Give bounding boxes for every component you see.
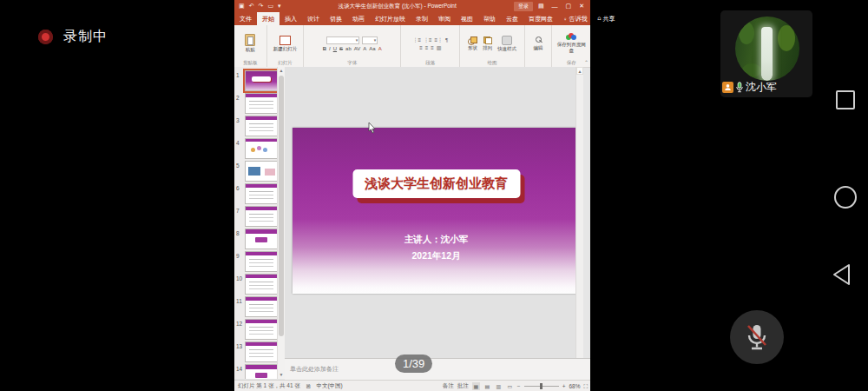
thumbnail-preview[interactable]	[245, 341, 279, 362]
tab-幻灯片放映[interactable]: 幻灯片放映	[370, 12, 411, 25]
signin-button[interactable]: 登录	[514, 2, 533, 11]
thumbnail-number: 12	[236, 321, 242, 327]
thumbnail-number: 6	[236, 185, 240, 191]
thumbnail-preview[interactable]	[245, 229, 279, 249]
fit-to-window-icon[interactable]: ⛶	[583, 383, 588, 390]
spellcheck-icon[interactable]: 🖹	[306, 383, 312, 389]
arrange-button[interactable]: 排列	[483, 36, 492, 51]
tab-共享[interactable]: ⩍共享	[593, 12, 621, 25]
microphone-icon	[735, 82, 744, 93]
tab-帮助[interactable]: 帮助	[478, 12, 501, 25]
minimize-button[interactable]: —	[552, 3, 558, 10]
thumbnail-preview[interactable]	[245, 93, 279, 114]
slide[interactable]: 浅谈大学生创新创业教育 主讲人：沈小军 2021年12月	[293, 128, 580, 294]
thumbnail-preview[interactable]	[245, 161, 279, 182]
zoom-level[interactable]: 68%	[569, 383, 580, 389]
thumbnail-number: 5	[236, 162, 240, 169]
thumbnail-preview[interactable]	[245, 251, 279, 272]
save-icon[interactable]: ▣	[239, 3, 245, 10]
tab-视图[interactable]: 视图	[456, 12, 478, 25]
notes-pane[interactable]: 单击此处添加备注	[285, 358, 590, 381]
slide-date: 2021年12月	[293, 250, 580, 262]
undo-icon[interactable]: ↶	[249, 3, 254, 10]
thumbnail-number: 9	[236, 253, 240, 259]
start-slideshow-icon[interactable]: ▭	[267, 3, 273, 10]
waterfall-image	[761, 27, 773, 81]
thumbnail-preview[interactable]	[245, 138, 279, 159]
normal-view-icon[interactable]: ▦	[472, 382, 480, 390]
android-home-button[interactable]	[834, 186, 857, 209]
microphone-muted-icon	[744, 322, 770, 352]
scrollbar-thumb[interactable]	[279, 76, 284, 336]
screen: 录制中 ▣ ↶ ↷ ▭ ▾ 浅谈大学生创新创业教育 (沈小军) - PowerP…	[0, 0, 868, 391]
thumbnail-preview[interactable]	[245, 116, 279, 136]
tab-百度网盘[interactable]: 百度网盘	[523, 12, 558, 25]
zoom-slider[interactable]	[524, 386, 559, 387]
font-style-buttons[interactable]: BIUSabAVAAaA	[323, 46, 382, 51]
tab-file[interactable]: 文件	[234, 12, 257, 25]
font-name-dropdown[interactable]: ▾	[326, 36, 359, 44]
canvas-scrollbar[interactable]: ▲	[575, 67, 583, 358]
editing-button[interactable]: 编辑	[534, 36, 543, 51]
maximize-button[interactable]: ▢	[566, 3, 572, 10]
zoom-in-icon[interactable]: +	[562, 383, 566, 389]
editing-group: 编辑	[525, 25, 553, 67]
thumbnail-preview[interactable]	[245, 70, 279, 91]
thumbnail-preview[interactable]	[245, 183, 279, 204]
scroll-up-icon[interactable]: ▲	[278, 67, 285, 75]
recording-label: 录制中	[63, 28, 108, 46]
slide-sorter-view-icon[interactable]: ▤	[483, 382, 491, 390]
zoom-out-icon[interactable]: −	[517, 383, 521, 389]
reading-view-icon[interactable]: ▥	[495, 382, 503, 390]
ribbon-display-options-icon[interactable]: ▤	[538, 3, 544, 10]
redo-icon[interactable]: ↷	[259, 3, 264, 10]
slide-title-plate[interactable]: 浅谈大学生创新创业教育	[352, 169, 520, 198]
tab-审阅[interactable]: 审阅	[433, 12, 456, 25]
participant-name: 沈小军	[746, 80, 777, 95]
tab-告诉我[interactable]: ♀告诉我	[558, 12, 593, 25]
tab-开始[interactable]: 开始	[257, 12, 279, 25]
notes-toggle[interactable]: 备注	[443, 382, 454, 390]
webcam-tile[interactable]: 沈小军	[720, 10, 812, 97]
zoom-slider-thumb[interactable]	[540, 383, 542, 389]
language-indicator[interactable]: 中文(中国)	[316, 382, 342, 390]
thumbnail-preview[interactable]	[245, 296, 279, 317]
thumbnail-preview[interactable]	[245, 364, 279, 379]
tab-动画[interactable]: 动画	[347, 12, 370, 25]
slide-title: 浅谈大学生创新创业教育	[365, 176, 508, 192]
collapse-ribbon-icon[interactable]: ⌃	[584, 59, 589, 65]
scroll-down-icon[interactable]: ▼	[278, 371, 285, 379]
find-icon	[535, 36, 542, 44]
scroll-up-icon[interactable]: ▲	[576, 67, 583, 75]
tab-录制[interactable]: 录制	[411, 12, 433, 25]
thumbnail-number: 8	[236, 230, 240, 236]
comments-toggle[interactable]: 批注	[457, 382, 469, 390]
close-button[interactable]: ✕	[579, 3, 584, 10]
thumbnail-number: 7	[236, 208, 240, 214]
thumbnail-preview[interactable]	[245, 206, 279, 227]
tab-插入[interactable]: 插入	[279, 12, 302, 25]
titlebar[interactable]: ▣ ↶ ↷ ▭ ▾ 浅谈大学生创新创业教育 (沈小军) - PowerPoint…	[234, 0, 590, 12]
font-size-dropdown[interactable]: ▾	[362, 36, 378, 44]
android-recents-button[interactable]	[836, 90, 855, 109]
font-group: ▾ ▾ BIUSabAVAAaA 字体	[304, 25, 401, 67]
new-slide-button[interactable]: 新建幻灯片	[273, 36, 298, 52]
thumbnail-preview[interactable]	[245, 274, 279, 295]
list-buttons[interactable]: ⋮≡⋮≡≡⋮¶	[412, 36, 448, 43]
slideshow-view-icon[interactable]: ▭	[506, 382, 514, 390]
paste-button[interactable]: 粘贴	[245, 34, 255, 53]
quick-styles-button[interactable]: 快速样式	[497, 36, 516, 52]
thumbnail-scrollbar[interactable]: ▲ ▼	[277, 67, 285, 379]
tab-设计[interactable]: 设计	[302, 12, 325, 25]
align-buttons[interactable]: ≡≡≡▥	[419, 44, 441, 50]
tab-云盘[interactable]: 云盘	[501, 12, 523, 25]
microphone-mute-button[interactable]	[730, 310, 784, 364]
shapes-button[interactable]: 形状	[468, 36, 477, 51]
quick-styles-icon	[502, 36, 512, 45]
save-to-baidu-button[interactable]: 保存到百度网盘	[556, 33, 586, 54]
arrange-icon	[483, 36, 492, 44]
android-back-button[interactable]	[830, 262, 854, 287]
mouse-cursor	[368, 123, 376, 134]
tab-切换[interactable]: 切换	[325, 12, 347, 25]
thumbnail-preview[interactable]	[245, 319, 279, 340]
